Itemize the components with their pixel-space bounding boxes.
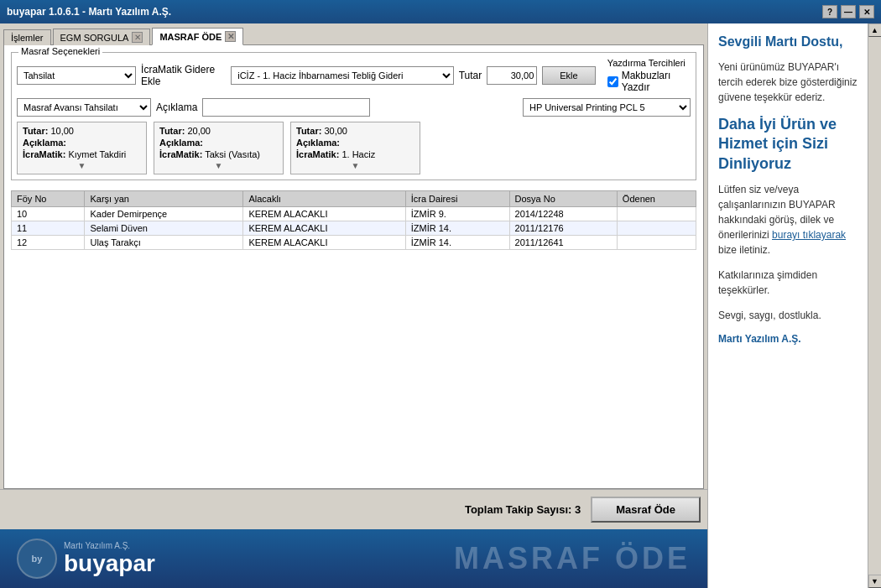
cell-alacakli: KEREM ALACAKLI (243, 221, 405, 236)
item-2-tutar: Tutar: 30,00 (296, 126, 414, 136)
icramatik-select[interactable]: iCİZ - 1. Haciz İhbarnamesi Tebliğ Gider… (231, 66, 454, 85)
item-1-icramatik: İcraMatik: Taksi (Vasıta) (159, 149, 278, 159)
col-foy: Föy No (12, 191, 85, 207)
form-row-1: Tahsilat Ödeme İcraMatik Gidere Ekle iCİ… (17, 58, 691, 93)
tab-islemler-label: İşlemler (11, 33, 44, 43)
cell-karsi: Kader Demirpençe (85, 207, 243, 221)
item-0-tutar: Tutar: 10,00 (23, 126, 141, 136)
cell-icra: İZMİR 14. (405, 221, 509, 236)
sidebar-content: Sevgili Martı Dostu, Yeni ürünümüz BUYAP… (708, 23, 881, 588)
minimize-button[interactable]: — (841, 5, 856, 18)
masraf-secenekleri-group: Masraf Seçenekleri Tahsilat Ödeme İcraMa… (11, 52, 696, 180)
item-0-icramatik: İcraMatik: Kıymet Takdiri (23, 149, 141, 159)
footer-logo: by Martı Yazılım A.Ş. buyapar (17, 539, 155, 579)
sidebar-link[interactable]: burayı tıklayarak (772, 229, 846, 241)
tab-masraf-close-icon[interactable]: ✕ (225, 31, 236, 42)
ekle-button[interactable]: Ekle (542, 66, 595, 85)
cell-karsi: Ulaş Tarakçı (85, 236, 243, 250)
footer-bar: by Martı Yazılım A.Ş. buyapar MASRAF ÖDE (0, 529, 707, 588)
cell-dosya: 2011/12641 (509, 236, 617, 250)
makbuz-row: Makbuzları Yazdır (607, 70, 691, 93)
item-1-tutar: Tutar: 20,00 (159, 126, 278, 136)
table-row[interactable]: 12 Ulaş Tarakçı KEREM ALACAKLI İZMİR 14.… (12, 236, 696, 250)
cell-karsi: Selami Düven (85, 221, 243, 236)
logo-company: Martı Yazılım A.Ş. (64, 541, 155, 550)
makbuz-label: Makbuzları Yazdır (622, 70, 691, 93)
aciklama-input[interactable] (202, 98, 370, 117)
cell-icra: İZMİR 14. (405, 236, 509, 250)
sidebar-heading2: Daha İyi Ürün ve Hizmet için Sizi Dinliy… (718, 115, 864, 174)
cell-foy: 10 (12, 207, 85, 221)
cell-odenen (617, 207, 696, 221)
help-button[interactable]: ? (822, 5, 837, 18)
title-bar: buyapar 1.0.6.1 - Martı Yazılım A.Ş. ? —… (0, 0, 881, 23)
item-1-aciklama: Açıklama: (159, 138, 278, 148)
tab-egm-sorgula-label: EGM SORGULA (60, 33, 129, 43)
logo-name: buyapar (64, 550, 155, 576)
col-alacakli: Alacaklı (243, 191, 405, 207)
tutar-label: Tutar (459, 70, 482, 81)
bottom-bar: Toplam Takip Sayısı: 3 Masraf Öde (0, 489, 707, 529)
sidebar-para3: Katkılarınıza şimdiden teşekkürler. (718, 268, 864, 298)
col-dosya: Dosya No (509, 191, 617, 207)
content-area: Masraf Seçenekleri Tahsilat Ödeme İcraMa… (3, 44, 704, 489)
scroll-up-button[interactable]: ▲ (868, 23, 882, 37)
tab-egm-close-icon[interactable]: ✕ (132, 32, 143, 43)
title-bar-buttons: ? — ✕ (822, 5, 874, 18)
logo-text-group: Martı Yazılım A.Ş. buyapar (64, 541, 155, 577)
item-2-chevron[interactable]: ▼ (296, 161, 414, 170)
printer-row: HP Universal Printing PCL 5 HP Universal… (523, 98, 691, 117)
tab-islemler[interactable]: İşlemler (3, 29, 51, 45)
sidebar-sign: Sevgi, saygı, dostlukla. (718, 308, 864, 323)
logo-circle: by (17, 539, 57, 579)
masraf-ode-button[interactable]: Masraf Öde (591, 497, 701, 523)
item-2-icramatik: İcraMatik: 1. Haciz (296, 149, 414, 159)
yazdirma-group: Yazdırma Tercihleri Makbuzları Yazdır (607, 58, 691, 93)
tab-egm-sorgula[interactable]: EGM SORGULA ✕ (53, 29, 151, 45)
left-panel: İşlemler EGM SORGULA ✕ MASRAF ÖDE ✕ Masr… (0, 23, 707, 588)
icramatik-label: İcraMatik Gidere Ekle (141, 64, 226, 87)
window-title: buyapar 1.0.6.1 - Martı Yazılım A.Ş. (7, 6, 171, 18)
aciklama-label: Açıklama (156, 101, 197, 113)
right-scrollbar: ▲ ▼ (868, 23, 881, 588)
logo-by: by (32, 554, 43, 564)
form-row-2: Masraf Avansı Tahsilatı Açıklama HP Univ… (17, 98, 691, 117)
sidebar-para1: Yeni ürünümüz BUYAPAR'ı tercih ederek bi… (718, 60, 864, 105)
item-1-chevron[interactable]: ▼ (159, 161, 278, 170)
tab-bar: İşlemler EGM SORGULA ✕ MASRAF ÖDE ✕ (0, 23, 707, 44)
printer-select[interactable]: HP Universal Printing PCL 5 HP Universal… (523, 98, 691, 117)
table-row[interactable]: 10 Kader Demirpençe KEREM ALACAKLI İZMİR… (12, 207, 696, 221)
cell-odened (617, 236, 696, 250)
item-0-chevron[interactable]: ▼ (23, 161, 141, 170)
sidebar-company: Martı Yazılım A.Ş. (718, 333, 864, 345)
masraf-avansi-select[interactable]: Masraf Avansı Tahsilatı (17, 98, 151, 117)
right-panel: Sevgili Martı Dostu, Yeni ürünümüz BUYAP… (707, 23, 881, 588)
total-label: Toplam Takip Sayısı: 3 (465, 503, 581, 516)
item-0-aciklama: Açıklama: (23, 138, 141, 148)
makbuz-checkbox[interactable] (607, 76, 618, 87)
tab-masraf-ode[interactable]: MASRAF ÖDE ✕ (152, 28, 243, 45)
col-karsi: Karşı yan (85, 191, 243, 207)
sidebar-para2: Lütfen siz ve/veya çalışanlarınızın BUYA… (718, 182, 864, 258)
item-card-2: Tutar: 30,00 Açıklama: İcraMatik: 1. Hac… (290, 122, 420, 174)
sidebar-para2-post: bize iletiniz. (718, 244, 770, 256)
sidebar-greeting: Sevgili Martı Dostu, (718, 34, 864, 51)
item-2-aciklama: Açıklama: (296, 138, 414, 148)
tahsilat-select[interactable]: Tahsilat Ödeme (17, 66, 136, 85)
item-card-1: Tutar: 20,00 Açıklama: İcraMatik: Taksi … (154, 122, 284, 174)
tab-masraf-ode-label: MASRAF ÖDE (159, 32, 222, 42)
cell-icra: İZMİR 9. (405, 207, 509, 221)
scroll-down-button[interactable]: ▼ (868, 575, 882, 588)
cell-dosya: 2014/12248 (509, 207, 617, 221)
items-row: Tutar: 10,00 Açıklama: İcraMatik: Kıymet… (17, 122, 691, 174)
cell-foy: 12 (12, 236, 85, 250)
tutar-input[interactable]: 30,00 (487, 66, 537, 85)
col-odenen: Ödenen (617, 191, 696, 207)
col-icra: İcra Dairesi (405, 191, 509, 207)
main-container: İşlemler EGM SORGULA ✕ MASRAF ÖDE ✕ Masr… (0, 23, 881, 588)
cell-foy: 11 (12, 221, 85, 236)
group-label: Masraf Seçenekleri (18, 46, 102, 56)
close-button[interactable]: ✕ (859, 5, 874, 18)
item-card-0: Tutar: 10,00 Açıklama: İcraMatik: Kıymet… (17, 122, 147, 174)
table-row[interactable]: 11 Selami Düven KEREM ALACAKLI İZMİR 14.… (12, 221, 696, 236)
